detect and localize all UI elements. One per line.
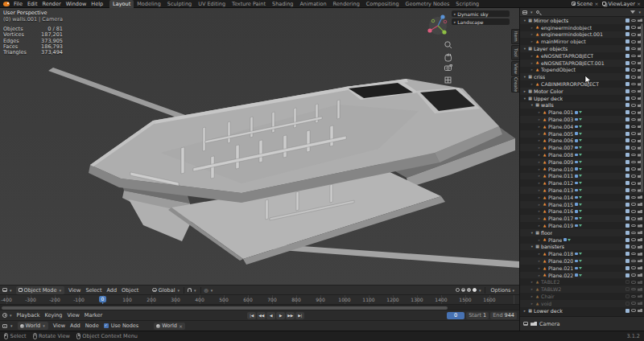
modifier-icon[interactable] xyxy=(575,273,578,277)
outliner-row[interactable]: void xyxy=(520,300,644,307)
workspace-tab[interactable]: Compositing xyxy=(363,0,402,8)
outliner-item-label[interactable]: Plane.001 xyxy=(548,109,573,115)
disable-render-icon[interactable] xyxy=(638,245,642,249)
hide-viewport-icon[interactable] xyxy=(631,61,636,64)
modifier-icon[interactable] xyxy=(575,118,578,121)
disable-render-icon[interactable] xyxy=(638,281,642,284)
outliner-row[interactable]: walls xyxy=(520,102,644,109)
exclude-checkbox[interactable] xyxy=(625,294,630,298)
end-frame-field[interactable]: End944 xyxy=(490,312,517,319)
exclude-checkbox[interactable] xyxy=(625,97,630,101)
exclude-checkbox[interactable] xyxy=(625,252,630,256)
disable-render-icon[interactable] xyxy=(638,217,642,220)
hide-viewport-icon[interactable] xyxy=(631,182,636,185)
workspace-tab[interactable]: Modeling xyxy=(134,0,164,8)
blender-logo[interactable] xyxy=(3,2,10,6)
outliner-item-label[interactable]: TABLE2 xyxy=(541,279,559,285)
timeline-scrollbar[interactable] xyxy=(0,304,519,310)
timeline-menu-item[interactable]: Keying xyxy=(43,312,65,318)
topbar-menu-item[interactable]: File xyxy=(11,1,25,7)
mesh-data-icon[interactable] xyxy=(579,260,582,262)
mesh-data-icon[interactable] xyxy=(579,125,582,128)
disable-render-icon[interactable] xyxy=(638,238,642,241)
proportional-editing-icon[interactable]: ◎ xyxy=(204,288,208,293)
disable-render-icon[interactable] xyxy=(638,273,642,277)
next-keyframe-button[interactable]: ▶▶ xyxy=(286,312,295,319)
outliner-row[interactable]: Plane.018 xyxy=(520,250,644,257)
outliner-row[interactable]: eNOSNETAPROBJECT.001 xyxy=(520,60,644,67)
outliner-item-label[interactable]: Layer objects xyxy=(534,46,568,51)
hide-viewport-icon[interactable] xyxy=(631,132,636,135)
exclude-checkbox[interactable] xyxy=(625,61,630,65)
modifier-icon[interactable] xyxy=(575,210,578,213)
outliner-item-label[interactable]: walls xyxy=(541,102,554,108)
outliner-row[interactable]: Plane.013 xyxy=(520,187,644,194)
mesh-data-icon[interactable] xyxy=(579,210,582,212)
modifier-icon[interactable] xyxy=(575,154,578,157)
disable-render-icon[interactable] xyxy=(638,294,642,298)
exclude-checkbox[interactable] xyxy=(625,82,630,86)
hide-viewport-icon[interactable] xyxy=(631,302,636,305)
outliner-item-label[interactable]: Motor Color xyxy=(534,88,564,94)
exclude-checkbox[interactable] xyxy=(625,259,630,263)
modifier-icon[interactable] xyxy=(575,260,578,263)
editor-type-icon[interactable] xyxy=(2,288,7,292)
hide-viewport-icon[interactable] xyxy=(631,309,636,312)
3d-viewport[interactable]: User Perspective (0) walls.001 | Camera … xyxy=(0,8,519,285)
shading-rendered-icon[interactable] xyxy=(473,288,477,292)
topbar-menu-item[interactable]: Window xyxy=(64,1,89,7)
outliner-item-label[interactable]: Plane.004 xyxy=(548,124,573,129)
mesh-data-icon[interactable] xyxy=(579,217,582,220)
outliner-row[interactable]: Plane.021 xyxy=(520,265,644,272)
exclude-checkbox[interactable] xyxy=(625,117,630,121)
mesh-data-icon[interactable] xyxy=(579,146,582,149)
mesh-data-icon[interactable] xyxy=(579,274,582,277)
exclude-checkbox[interactable] xyxy=(625,280,630,284)
modifier-icon[interactable] xyxy=(575,175,578,178)
grid-toggle-icon[interactable] xyxy=(445,77,451,83)
hide-viewport-icon[interactable] xyxy=(631,33,636,36)
play-button[interactable]: ▶ xyxy=(276,312,285,319)
outliner-item-label[interactable]: banisters xyxy=(541,244,564,249)
zoom-icon[interactable] xyxy=(445,42,452,48)
outliner-row[interactable]: engineermindobject.001 xyxy=(520,31,644,39)
outliner-row[interactable]: Plane.022 xyxy=(520,272,644,279)
mesh-data-icon[interactable] xyxy=(579,196,582,199)
outliner-item-label[interactable]: void xyxy=(541,301,551,306)
hide-viewport-icon[interactable] xyxy=(631,273,636,277)
outliner-item-label[interactable]: Plane.012 xyxy=(548,180,573,186)
outliner-item-label[interactable]: eNOSNETAPROBJECT xyxy=(541,53,593,59)
disable-render-icon[interactable] xyxy=(638,224,642,228)
timeline-menu-item[interactable]: View xyxy=(64,312,81,318)
timeline-menu-item[interactable]: Playback xyxy=(14,312,43,318)
exclude-checkbox[interactable] xyxy=(625,216,630,220)
hide-viewport-icon[interactable] xyxy=(631,26,636,29)
previous-keyframe-button[interactable]: ◀◀ xyxy=(257,312,266,319)
outliner-row[interactable]: Plane.012 xyxy=(520,179,644,187)
outliner-item-label[interactable]: TABLW2 xyxy=(541,286,561,292)
modifier-icon[interactable] xyxy=(575,217,578,220)
hide-viewport-icon[interactable] xyxy=(631,196,636,199)
topbar-menu-item[interactable]: Render xyxy=(39,1,63,7)
hide-viewport-icon[interactable] xyxy=(631,245,636,249)
current-frame-field[interactable]: 0 xyxy=(447,312,464,319)
modifier-icon[interactable] xyxy=(575,132,578,135)
exclude-checkbox[interactable] xyxy=(625,89,630,93)
outliner-item-label[interactable]: Plane.017 xyxy=(548,216,573,221)
exclude-checkbox[interactable] xyxy=(625,47,630,51)
disable-render-icon[interactable] xyxy=(638,309,642,312)
modifier-icon[interactable] xyxy=(564,238,567,241)
mesh-data-icon[interactable] xyxy=(579,133,582,135)
outliner-row[interactable]: Plane.011 xyxy=(520,173,644,180)
hide-viewport-icon[interactable] xyxy=(631,19,636,23)
disable-render-icon[interactable] xyxy=(638,266,642,269)
outliner-row[interactable]: floor xyxy=(520,229,644,236)
exclude-checkbox[interactable] xyxy=(625,146,630,150)
hide-viewport-icon[interactable] xyxy=(631,90,636,93)
workspace-tab[interactable]: Geometry Nodes xyxy=(402,0,453,8)
mesh-data-icon[interactable] xyxy=(579,224,582,227)
timeline-menu-item[interactable]: Marker xyxy=(82,312,105,318)
shading-solid-icon[interactable] xyxy=(461,288,465,292)
outliner-row[interactable]: Plane.015 xyxy=(520,201,644,208)
hide-viewport-icon[interactable] xyxy=(631,139,636,142)
